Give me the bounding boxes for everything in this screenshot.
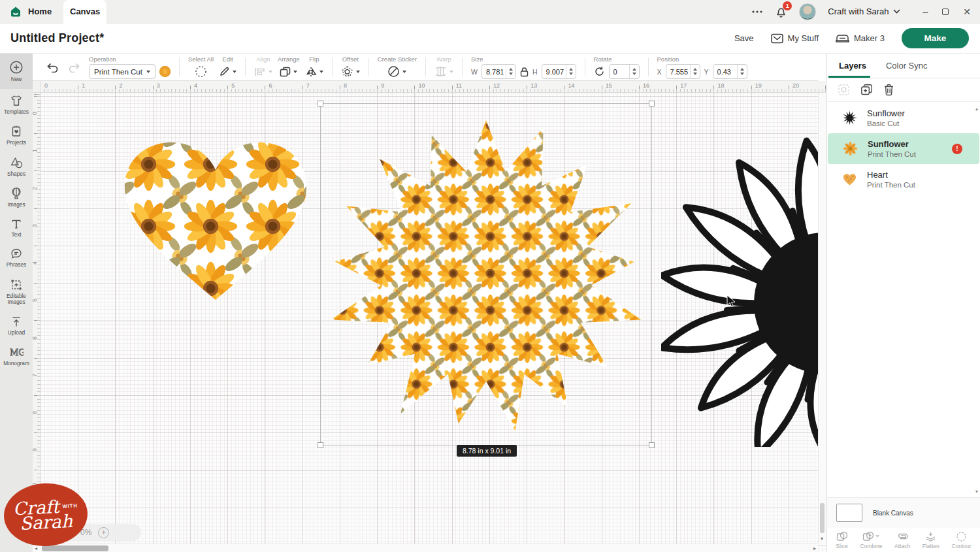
operation-label: Operation xyxy=(89,56,116,63)
select-all-button[interactable] xyxy=(195,64,207,79)
sidebar-item-new[interactable]: New xyxy=(0,54,33,89)
selection-handle-top-left[interactable] xyxy=(318,101,323,106)
rotate-stepper[interactable] xyxy=(629,65,639,78)
contour-button[interactable]: Contour xyxy=(951,531,971,549)
x-stepper[interactable] xyxy=(690,65,700,78)
slice-button[interactable]: Slice xyxy=(836,531,847,549)
rotate-icon[interactable] xyxy=(594,66,605,77)
scroll-right-arrow[interactable]: ▸ xyxy=(813,545,816,552)
height-stepper[interactable] xyxy=(566,65,576,78)
save-button[interactable]: Save xyxy=(734,33,754,43)
rotate-input[interactable] xyxy=(610,68,629,76)
sidebar-item-templates[interactable]: Templates xyxy=(0,89,33,120)
layer-row-sunflower-print-then-cut[interactable]: Sunflower Print Then Cut ! xyxy=(828,133,979,164)
layers-scroll-up-arrow[interactable]: ▴ xyxy=(975,106,978,112)
operation-dropdown[interactable]: Print Then Cut xyxy=(89,64,155,79)
warp-button[interactable] xyxy=(434,64,453,79)
position-label: Position xyxy=(657,56,679,63)
sidebar-item-shapes[interactable]: Shapes xyxy=(0,151,33,182)
sidebar-label: Monogram xyxy=(3,361,29,367)
home-label: Home xyxy=(28,7,52,16)
y-position-input[interactable] xyxy=(713,68,737,76)
project-title[interactable]: Untitled Project* xyxy=(0,31,104,45)
new-icon xyxy=(9,60,24,74)
width-input[interactable] xyxy=(482,68,506,76)
selection-bounding-box[interactable] xyxy=(320,103,652,446)
layer-row-heart-print-then-cut[interactable]: Heart Print Then Cut xyxy=(827,164,980,195)
edit-button[interactable] xyxy=(219,64,237,79)
flatten-button[interactable]: Flatten xyxy=(923,531,939,549)
fill-swatch[interactable] xyxy=(159,66,171,77)
sidebar-item-images[interactable]: Images xyxy=(0,182,33,213)
arrange-button[interactable] xyxy=(280,64,297,79)
lock-icon[interactable] xyxy=(520,67,529,77)
sunflower-print-layer-object[interactable] xyxy=(324,107,648,442)
layer-operation: Print Then Cut xyxy=(867,180,915,189)
design-canvas[interactable]: 8.78 in x 9.01 in 0123456789101112131415… xyxy=(33,81,826,552)
layers-scroll-down-arrow[interactable]: ▾ xyxy=(975,489,978,495)
tab-home[interactable]: Home xyxy=(0,0,63,24)
window-maximize-button[interactable] xyxy=(942,8,949,15)
sidebar-item-upload[interactable]: Upload xyxy=(0,310,33,341)
monogram-icon: MG xyxy=(9,346,24,359)
duplicate-button[interactable] xyxy=(860,84,873,96)
sidebar-item-projects[interactable]: Projects xyxy=(0,120,33,151)
layer-row-sunflower-basic-cut[interactable]: Sunflower Basic Cut xyxy=(827,103,980,133)
align-icon xyxy=(254,67,266,76)
canvas-vertical-scrollbar[interactable]: ▾ xyxy=(818,93,826,544)
group-select-button[interactable] xyxy=(838,84,850,96)
vertical-scroll-thumb[interactable] xyxy=(820,503,825,533)
marquee-icon xyxy=(195,65,207,78)
slice-label: Slice xyxy=(836,543,847,549)
contour-label: Contour xyxy=(951,543,971,549)
redo-button[interactable] xyxy=(68,62,81,73)
sidebar-item-monogram[interactable]: MG Monogram xyxy=(0,340,33,372)
offset-button[interactable] xyxy=(341,64,360,79)
tab-canvas[interactable]: Canvas xyxy=(63,0,106,24)
selection-handle-top-right[interactable] xyxy=(649,101,655,106)
width-stepper[interactable] xyxy=(506,65,515,78)
layer-warning-badge[interactable]: ! xyxy=(952,144,962,154)
scroll-down-arrow[interactable]: ▾ xyxy=(821,536,823,542)
canvas-horizontal-scrollbar[interactable]: ◂ ▸ xyxy=(33,544,818,552)
zoom-in-button[interactable]: + xyxy=(98,527,109,538)
window-close-button[interactable]: ✕ xyxy=(963,7,971,17)
sidebar-item-text[interactable]: Text xyxy=(0,213,33,243)
delete-button[interactable] xyxy=(883,84,894,96)
heart-layer-object[interactable] xyxy=(118,133,314,310)
notifications-bell-icon[interactable]: 1 xyxy=(775,5,787,18)
account-menu[interactable]: Craft with Sarah xyxy=(828,7,900,16)
sunflower-basic-cut-object[interactable] xyxy=(661,107,826,447)
window-minimize-button[interactable]: – xyxy=(923,7,928,17)
blank-canvas-row[interactable]: Blank Canvas xyxy=(827,497,980,528)
mouse-cursor xyxy=(727,295,738,308)
tab-color-sync[interactable]: Color Sync xyxy=(886,61,928,71)
sidebar-item-editable-images[interactable]: Editable Images xyxy=(0,273,33,310)
selection-handle-bottom-left[interactable] xyxy=(318,442,323,448)
attach-label: Attach xyxy=(894,543,910,549)
y-stepper[interactable] xyxy=(737,65,747,78)
operation-value: Print Then Cut xyxy=(94,68,142,76)
x-position-input[interactable] xyxy=(666,68,690,76)
attach-button[interactable]: Attach xyxy=(894,531,910,549)
size-label: Size xyxy=(471,56,483,63)
combine-button[interactable]: Combine xyxy=(860,531,882,549)
machine-select-button[interactable]: Maker 3 xyxy=(836,33,885,43)
height-input[interactable] xyxy=(542,68,566,76)
sidebar-item-phrases[interactable]: Phrases xyxy=(0,242,33,273)
tab-layers[interactable]: Layers xyxy=(839,61,866,71)
scroll-left-arrow[interactable]: ◂ xyxy=(35,545,37,552)
account-avatar[interactable] xyxy=(799,3,816,20)
caret-down-icon xyxy=(319,71,323,73)
selection-handle-bottom-right[interactable] xyxy=(649,442,655,448)
my-stuff-button[interactable]: My Stuff xyxy=(771,33,819,44)
make-button[interactable]: Make xyxy=(902,28,969,48)
undo-button[interactable] xyxy=(46,62,59,73)
flip-button[interactable] xyxy=(305,64,323,79)
overflow-menu-icon[interactable] xyxy=(751,10,763,14)
flatten-label: Flatten xyxy=(923,543,939,549)
create-sticker-button[interactable] xyxy=(387,64,406,79)
my-stuff-label: My Stuff xyxy=(788,33,819,43)
horizontal-scroll-thumb[interactable] xyxy=(42,545,108,551)
align-button[interactable] xyxy=(254,64,272,79)
